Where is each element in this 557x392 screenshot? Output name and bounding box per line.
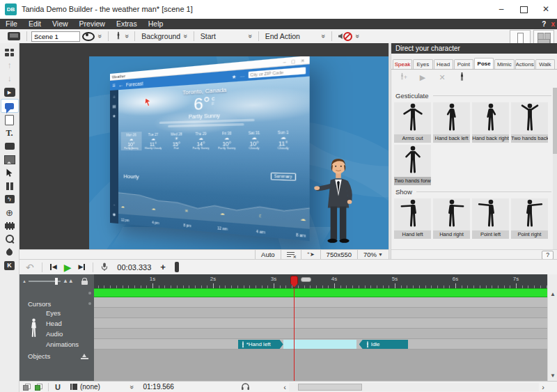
tab-pose[interactable]: Pose xyxy=(474,58,494,69)
record-audio-button[interactable] xyxy=(97,262,111,272)
timeline-ruler[interactable]: 1s2s3s4s5s6s7s xyxy=(94,274,547,288)
maximize-button[interactable] xyxy=(512,0,535,19)
auto-size-button[interactable]: Auto xyxy=(255,250,281,259)
scroll-right-icon[interactable]: › xyxy=(539,382,547,392)
day-card-mon-26[interactable]: Mon 26☁10°Partly Sunny xyxy=(121,132,142,150)
track-row-cursors[interactable] xyxy=(94,297,547,308)
day-card-tue-27[interactable]: Tue 27☁11°Mostly Cloudy xyxy=(143,131,164,150)
tab-head[interactable]: Head xyxy=(434,59,453,69)
panel-scrollbar[interactable] xyxy=(553,88,557,249)
pose-two-hands-back[interactable]: Two hands back xyxy=(511,102,548,143)
clip-idle[interactable]: Idle xyxy=(359,340,408,349)
pose-hand-back-right[interactable]: Hand back right xyxy=(472,102,509,143)
day-card-thu-29[interactable]: Thu 29☁14°Partly Sunny xyxy=(189,130,213,150)
scene-name-input[interactable] xyxy=(31,31,80,42)
zoom-slider-handle[interactable] xyxy=(55,278,58,285)
split-bars-icon[interactable] xyxy=(1,180,18,192)
account-icon[interactable]: ◦ xyxy=(113,203,115,207)
zoom-select[interactable]: 70%▼ xyxy=(357,250,389,259)
note-page-icon[interactable] xyxy=(1,113,18,126)
pose-point-left[interactable]: Point left xyxy=(472,198,509,239)
tab-mimic[interactable]: Mimic xyxy=(494,59,514,69)
menubar-close-button[interactable]: x xyxy=(551,20,555,28)
tab-walk[interactable]: Walk xyxy=(535,59,555,69)
background-button[interactable]: Background» xyxy=(139,32,189,40)
scene-duration-bar[interactable] xyxy=(94,288,547,297)
text-tool-icon[interactable]: T. xyxy=(1,127,18,139)
visibility-button[interactable]: » xyxy=(80,32,104,41)
selection-label[interactable]: (none) xyxy=(80,383,100,391)
rectangle-icon[interactable] xyxy=(1,140,18,152)
hamburger-icon[interactable]: ≡ xyxy=(113,82,116,88)
play-button[interactable]: ▶ xyxy=(61,262,75,272)
scenes-grid-icon[interactable] xyxy=(1,46,18,58)
toolbar-handle[interactable] xyxy=(175,262,179,272)
slide[interactable]: Weather – ▢ ✕ ≡ ← Forecast ★ … City or Z… xyxy=(89,56,389,249)
chevron-down-icon[interactable]: » xyxy=(128,385,135,389)
pose-arms-out[interactable]: Arms out xyxy=(394,102,431,143)
headphones-icon[interactable] xyxy=(241,382,250,392)
day-card-wed-28[interactable]: Wed 28☀15°Fair xyxy=(165,131,188,150)
favorites-icon[interactable]: ★ xyxy=(112,113,116,118)
pose-two-hands-forw[interactable]: Two hands forw xyxy=(394,145,431,185)
play-pose-button[interactable]: ▶ xyxy=(416,71,429,84)
tab-eyes[interactable]: Eyes xyxy=(413,59,432,69)
day-card-sun-1[interactable]: Sun 1☁11°Cloudy xyxy=(269,129,298,151)
settings-icon[interactable]: ✱ xyxy=(113,212,116,217)
character[interactable] xyxy=(313,154,363,249)
zoom-out-mountain-icon[interactable]: ▲ xyxy=(22,279,26,283)
end-action-button[interactable]: End Action» xyxy=(263,32,327,40)
magnifier-icon[interactable] xyxy=(1,233,18,245)
tab-point[interactable]: Point xyxy=(454,59,473,69)
zoom-in-mountain-icon[interactable]: ▲▲ xyxy=(63,279,74,283)
pose-hand-left[interactable]: Hand left xyxy=(394,198,431,239)
track-label-head[interactable]: Head xyxy=(46,318,92,329)
start-button[interactable]: Start» xyxy=(198,32,254,40)
scrollbar-track[interactable] xyxy=(289,383,539,391)
move-up-icon[interactable]: ↑ xyxy=(1,59,18,72)
paste-icon[interactable] xyxy=(35,384,42,391)
more-dots-icon[interactable]: … xyxy=(240,73,244,79)
scrollbar-thumb[interactable] xyxy=(298,384,362,391)
display-button[interactable] xyxy=(6,32,22,40)
track-label-cursors[interactable]: Cursors xyxy=(28,300,51,308)
day-card-fri-30[interactable]: Fri 30☁10°Partly Sunny xyxy=(214,130,240,150)
image-icon[interactable] xyxy=(1,153,18,166)
track-row-head[interactable] xyxy=(94,318,547,329)
playhead-marker[interactable] xyxy=(290,276,298,288)
speech-bubble-icon[interactable] xyxy=(1,99,19,113)
timeline-zoom-slider[interactable] xyxy=(29,281,61,282)
weather-window[interactable]: Weather – ▢ ✕ ≡ ← Forecast ★ … City or Z… xyxy=(110,56,310,241)
go-to-end-button[interactable]: ▶ xyxy=(74,264,88,270)
character-button[interactable]: » xyxy=(113,31,131,42)
copy-icon[interactable] xyxy=(23,384,31,391)
menu-item-extras[interactable]: Extras xyxy=(111,19,143,29)
go-to-start-button[interactable]: ◀ xyxy=(47,264,61,270)
back-arrow-icon[interactable]: ← xyxy=(118,81,124,88)
star-icon[interactable]: ★ xyxy=(232,73,237,79)
timeline-vertical-scrollbar[interactable]: ▲ ▼ xyxy=(547,274,557,381)
scroll-left-icon[interactable]: ‹ xyxy=(281,382,289,392)
track-label-eyes[interactable]: Eyes xyxy=(46,308,92,318)
maps-icon[interactable]: ▤ xyxy=(112,104,116,109)
scroll-up-icon[interactable]: ▲ xyxy=(548,291,557,297)
undo-button[interactable]: ↶ xyxy=(22,262,38,273)
unit-fahrenheit[interactable]: F xyxy=(212,101,214,106)
pose-point-right[interactable]: Point right xyxy=(511,198,548,239)
pose-hand-back-left[interactable]: Hand back left xyxy=(433,102,470,143)
letter-k-icon[interactable]: K xyxy=(1,259,18,272)
filmstrip-icon[interactable] xyxy=(1,219,18,232)
track-row-audio[interactable] xyxy=(94,329,547,339)
droplet-icon[interactable] xyxy=(1,246,18,258)
character-select-button[interactable] xyxy=(455,71,468,84)
tab-speak[interactable]: Speak xyxy=(393,59,412,69)
clip--hand-left[interactable]: *Hand left xyxy=(238,340,283,349)
menu-item-preview[interactable]: Preview xyxy=(74,19,111,29)
magnet-icon[interactable]: U xyxy=(55,383,61,391)
help-button[interactable]: ? xyxy=(542,20,546,28)
track-label-animations[interactable]: Animations xyxy=(46,339,92,350)
cursor-arrow-icon[interactable] xyxy=(1,166,18,179)
play-scene-icon[interactable]: ▶ xyxy=(1,86,18,98)
track-row-eyes[interactable] xyxy=(94,308,547,318)
track-label-audio[interactable]: Audio xyxy=(46,329,92,339)
